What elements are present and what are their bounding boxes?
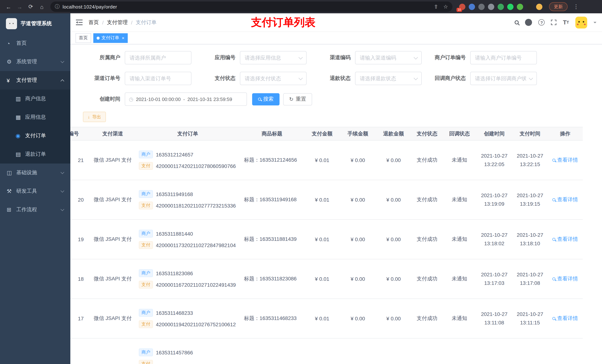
sidebar-item-home[interactable]: ◔ 首页: [0, 34, 70, 52]
extension-icon[interactable]: [536, 3, 542, 10]
search-icon[interactable]: [515, 20, 519, 24]
bookmark-star-icon[interactable]: ☆: [443, 4, 448, 10]
sidebar-item-pay-order[interactable]: ◉ 支付订单: [0, 126, 70, 145]
cell-amount: ¥ 0.01: [304, 219, 340, 259]
order-table-wrapper: 编号 支付渠道 支付订单 商品标题 支付金额 手续金额 退款金额 支付状态 回调…: [70, 127, 602, 364]
view-detail-link[interactable]: 查看详情: [548, 259, 583, 299]
address-bar[interactable]: ⓘ localhost:1024/pay/order ⇧ ☆: [50, 1, 452, 12]
extension-icon[interactable]: [507, 3, 514, 10]
extension-icon[interactable]: 10: [459, 3, 465, 10]
cell-title: 标题：1635311949168: [239, 180, 304, 219]
view-detail-link[interactable]: 查看详情: [548, 219, 583, 259]
cell-channel: 微信 JSAPI 支付: [90, 299, 136, 338]
extension-icon[interactable]: [478, 3, 485, 10]
cell-create-time: 2021-10-2713:18:02: [476, 219, 512, 259]
col-fee: 手续金额: [340, 127, 376, 140]
devtools-icon: ⚒: [7, 188, 16, 195]
payment-submenu: ▥ 商户信息 ▦ 应用信息 ◉ 支付订单 ▤ 退款订单: [0, 90, 70, 164]
extension-badge: 10: [456, 8, 462, 12]
url-text: localhost:1024/pay/order: [63, 4, 117, 10]
cell-order: 商户1635311949168 支付4200001181202110277723…: [136, 180, 239, 219]
close-tag-icon[interactable]: ×: [122, 35, 124, 41]
channel-order-no-input[interactable]: [125, 72, 191, 85]
order-table: 编号 支付渠道 支付订单 商品标题 支付金额 手续金额 退款金额 支付状态 回调…: [70, 127, 583, 364]
channel-code-select[interactable]: [355, 51, 422, 64]
search-button[interactable]: 搜索: [252, 93, 280, 105]
date-end[interactable]: 2021-10-31 23:59:59: [188, 96, 232, 102]
filter-merchant: 所属商户: [76, 51, 191, 64]
reload-icon[interactable]: ⟳: [26, 2, 35, 11]
cell-title: 标题：1635311823086: [239, 259, 304, 299]
view-detail-link[interactable]: 查看详情: [548, 140, 583, 180]
date-start[interactable]: 2021-10-01 00:00:00: [136, 96, 181, 102]
fullscreen-icon[interactable]: [551, 20, 557, 25]
chevron-down-icon: [61, 189, 64, 193]
page-body: 芋道管理系统 ◔ 首页 ⚙ 系统管理 ¥ 支付管理: [0, 13, 602, 364]
sidebar-item-app-info[interactable]: ▦ 应用信息: [0, 108, 70, 126]
github-icon[interactable]: [525, 19, 532, 26]
extension-icon[interactable]: [527, 3, 533, 10]
workflow-icon: ⊞: [7, 207, 16, 213]
merchant-input[interactable]: [125, 51, 191, 64]
sidebar-item-payment[interactable]: ¥ 支付管理: [0, 71, 70, 90]
sidebar-item-merchant-info[interactable]: ▥ 商户信息: [0, 90, 70, 108]
home-icon[interactable]: ⌂: [37, 2, 47, 11]
cell-amount: ¥ 0.01: [304, 140, 340, 180]
cell-id: 18: [70, 259, 90, 299]
extension-icon[interactable]: [488, 3, 494, 10]
sidebar-item-system[interactable]: ⚙ 系统管理: [0, 52, 70, 71]
cell-channel: 微信 JSAPI 支付: [90, 140, 136, 180]
back-icon[interactable]: ←: [4, 2, 13, 11]
sidebar-item-workflow[interactable]: ⊞ 工作流程: [0, 200, 70, 219]
browser-update-button[interactable]: 更新: [549, 2, 568, 11]
magnifier-icon: [552, 317, 555, 320]
cell-refund: ¥ 0.00: [376, 219, 411, 259]
cell-refund: ¥ 0.00: [376, 259, 411, 299]
tag-pay-order[interactable]: 支付订单 ×: [93, 33, 128, 43]
download-icon: ↓: [88, 114, 90, 119]
cell-order: 商户1635311468233 支付4200001194202110276752…: [136, 299, 239, 338]
forward-icon[interactable]: →: [15, 2, 24, 11]
site-info-icon[interactable]: ⓘ: [55, 3, 60, 10]
cell-pay-time: [512, 338, 548, 364]
date-range-picker[interactable]: ◷ 2021-10-01 00:00:00 - 2021-10-31 23:59…: [125, 93, 247, 106]
share-icon[interactable]: ⇧: [434, 4, 438, 10]
col-amount: 支付金额: [304, 127, 340, 140]
refresh-icon: ↻: [289, 96, 293, 102]
breadcrumb-home[interactable]: 首页: [88, 19, 99, 26]
extension-icon[interactable]: [498, 3, 504, 10]
title-value: 1635311881439: [259, 236, 297, 242]
refund-status-select[interactable]: [355, 72, 422, 85]
view-detail-link[interactable]: 查看详情: [548, 180, 583, 219]
pay-status-select[interactable]: [240, 72, 307, 85]
pay-badge: 支付: [139, 241, 153, 249]
font-size-icon[interactable]: TT: [563, 20, 569, 25]
cell-amount: [304, 338, 340, 364]
extension-icon[interactable]: [469, 3, 475, 10]
logo-avatar: [6, 18, 17, 29]
export-button[interactable]: ↓ 导出: [83, 112, 106, 122]
browser-menu-icon[interactable]: ⋮: [571, 2, 581, 11]
cell-channel: 微信 JSAPI 支付: [90, 219, 136, 259]
sidebar-fold-icon[interactable]: [76, 20, 83, 25]
reset-button[interactable]: ↻ 重置: [283, 93, 312, 105]
sidebar-item-infrastructure[interactable]: ◫ 基础设施: [0, 164, 70, 182]
notify-status-select[interactable]: [470, 72, 537, 85]
active-tag-dot: [97, 36, 100, 39]
extension-icon[interactable]: [517, 3, 523, 10]
cell-notify: 未通知: [443, 259, 476, 299]
sidebar-item-devtools[interactable]: ⚒ 研发工具: [0, 182, 70, 200]
pay-order-no: 4200001174202110278060590766: [156, 163, 236, 169]
breadcrumb-payment[interactable]: 支付管理: [107, 19, 128, 26]
avatar-dropdown-caret-icon[interactable]: [593, 22, 596, 25]
merchant-badge: 商户: [139, 269, 153, 277]
app-id-select[interactable]: [240, 51, 307, 64]
sidebar-item-refund-order[interactable]: ▤ 退款订单: [0, 145, 70, 164]
tag-home[interactable]: 首页: [75, 33, 91, 43]
app-logo[interactable]: 芋道管理系统: [0, 13, 70, 34]
cell-fee: ¥ 0.00: [340, 140, 376, 180]
merchant-order-no-input[interactable]: [470, 51, 537, 64]
help-icon[interactable]: ?: [538, 19, 545, 26]
user-avatar[interactable]: [575, 16, 587, 28]
view-detail-link[interactable]: 查看详情: [548, 299, 583, 338]
